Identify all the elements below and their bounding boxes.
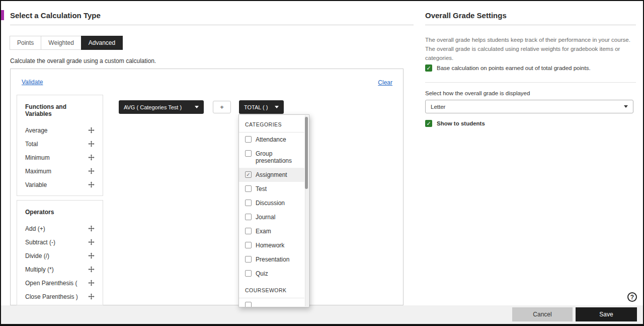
category-option[interactable] [239, 298, 304, 307]
checkbox-icon[interactable] [245, 150, 252, 157]
draggable-item[interactable]: Divide (/) [25, 249, 95, 263]
divider [425, 82, 636, 83]
category-option[interactable]: Presentation [239, 252, 304, 267]
category-option-label: Group presentations [256, 150, 298, 164]
accent-bar [1, 10, 4, 20]
chevron-down-icon [624, 105, 628, 108]
dropdown-section-header: COURSEWORK [239, 281, 304, 298]
category-option-label: Exam [256, 228, 271, 235]
draggable-item-label: Total [25, 141, 38, 148]
tab-points[interactable]: Points [10, 36, 41, 50]
tab-advanced[interactable]: Advanced [81, 36, 123, 50]
cancel-button[interactable]: Cancel [512, 307, 573, 321]
settings-title: Overall Grade Settings [425, 11, 507, 20]
formula-chip-label: + [220, 103, 224, 111]
divider [425, 25, 636, 25]
settings-description: The overall grade helps students keep tr… [425, 36, 638, 62]
grade-display-label: Select how the overall grade is displaye… [425, 90, 530, 96]
base-calculation-checkbox[interactable]: ✓ Base calculation on points earned out … [425, 64, 636, 72]
move-icon[interactable] [88, 168, 95, 174]
checkbox-icon[interactable]: ✓ [245, 171, 252, 178]
move-icon[interactable] [88, 266, 95, 273]
clear-link[interactable]: Clear [378, 79, 392, 86]
draggable-item-label: Divide (/) [25, 252, 49, 259]
draggable-item[interactable]: Add (+) [25, 222, 95, 235]
draggable-item[interactable]: Maximum [25, 164, 95, 178]
move-icon[interactable] [88, 154, 95, 161]
category-option-label: Attendance [256, 136, 286, 143]
move-icon[interactable] [88, 252, 95, 259]
checkbox-icon[interactable] [245, 228, 252, 234]
draggable-item-label: Open Parenthesis ( [25, 280, 77, 287]
category-option[interactable]: Group presentations [239, 147, 304, 168]
show-to-students-checkbox[interactable]: ✓ Show to students [425, 120, 636, 127]
scrollbar-thumb[interactable] [305, 117, 308, 189]
draggable-item[interactable]: Average [25, 123, 95, 137]
formula-chip-total[interactable]: TOTAL ( ) [239, 100, 284, 114]
draggable-item[interactable]: Total [25, 137, 95, 151]
draggable-item-label: Subtract (-) [25, 239, 55, 246]
help-icon[interactable]: ? [627, 292, 637, 302]
category-option[interactable]: Test [239, 182, 304, 196]
checkbox-icon[interactable] [245, 256, 252, 263]
draggable-item-label: Add (+) [25, 225, 45, 232]
checkbox-icon[interactable] [245, 270, 252, 277]
category-option[interactable]: Attendance [239, 133, 304, 147]
checkbox-icon[interactable] [245, 200, 252, 206]
dropdown-section-header: CATEGORIES [239, 115, 304, 133]
category-option[interactable]: Discussion [239, 196, 304, 210]
draggable-item-label: Minimum [25, 154, 50, 161]
category-option-label: Journal [256, 214, 275, 221]
page-title: Select a Calculation Type [10, 11, 101, 20]
checkbox-checked-icon[interactable]: ✓ [425, 120, 432, 127]
category-option-label: Assignment [256, 171, 287, 178]
checkbox-checked-icon[interactable]: ✓ [425, 64, 432, 72]
draggable-item-label: Average [25, 127, 47, 134]
formula-chip-plus[interactable]: + [213, 101, 231, 113]
calculation-panel: Validate Clear Functions and Variables A… [10, 69, 404, 305]
grade-display-select[interactable]: Letter [425, 100, 633, 113]
move-icon[interactable] [88, 127, 95, 134]
category-dropdown-list: CATEGORIESAttendanceGroup presentations✓… [239, 115, 309, 307]
category-option-label: Test [256, 185, 267, 192]
validate-link[interactable]: Validate [22, 79, 43, 86]
category-option[interactable]: Exam [239, 224, 304, 238]
category-option[interactable]: Quiz [239, 267, 304, 281]
move-icon[interactable] [88, 141, 95, 147]
move-icon[interactable] [88, 239, 95, 245]
calc-description: Calculate the overall grade using a cust… [10, 57, 156, 64]
show-to-students-label: Show to students [437, 120, 485, 127]
chevron-down-icon [195, 106, 199, 108]
draggable-item-label: Variable [25, 181, 47, 188]
draggable-item[interactable]: Subtract (-) [25, 235, 95, 249]
checkbox-icon[interactable] [245, 214, 252, 220]
checkbox-icon[interactable] [245, 242, 252, 248]
footer-bar: Cancel Save [1, 305, 643, 324]
draggable-item[interactable]: Open Parenthesis ( [25, 276, 95, 290]
formula-chip-avg[interactable]: AVG ( Categories Test ) [119, 100, 204, 114]
categories-dropdown: CATEGORIESAttendanceGroup presentations✓… [238, 114, 309, 307]
category-option[interactable]: Journal [239, 210, 304, 224]
draggable-item[interactable]: Variable [25, 178, 95, 191]
checkbox-icon[interactable] [245, 136, 252, 143]
draggable-item[interactable]: Close Parenthesis ) [25, 290, 95, 303]
grade-display-value: Letter [431, 104, 445, 110]
draggable-item[interactable]: Minimum [25, 151, 95, 164]
tab-weighted[interactable]: Weighted [41, 36, 81, 50]
move-icon[interactable] [88, 225, 95, 232]
operators-list: Add (+)Subtract (-)Divide (/)Multiply (*… [25, 222, 95, 303]
category-option[interactable]: Homework [239, 238, 304, 252]
functions-card: Functions and Variables AverageTotalMini… [17, 95, 103, 196]
move-icon[interactable] [88, 280, 95, 286]
checkbox-icon[interactable] [245, 302, 252, 307]
category-option[interactable]: ✓Assignment [239, 168, 304, 182]
move-icon[interactable] [88, 293, 95, 300]
draggable-item[interactable]: Multiply (*) [25, 263, 95, 276]
chevron-down-icon [275, 106, 279, 108]
checkbox-icon[interactable] [245, 185, 252, 192]
base-calculation-label: Base calculation on points earned out of… [437, 64, 591, 72]
scrollbar-track[interactable] [305, 115, 308, 306]
save-button[interactable]: Save [576, 307, 637, 321]
move-icon[interactable] [88, 181, 95, 188]
calc-type-tabs: PointsWeightedAdvanced [10, 36, 123, 50]
